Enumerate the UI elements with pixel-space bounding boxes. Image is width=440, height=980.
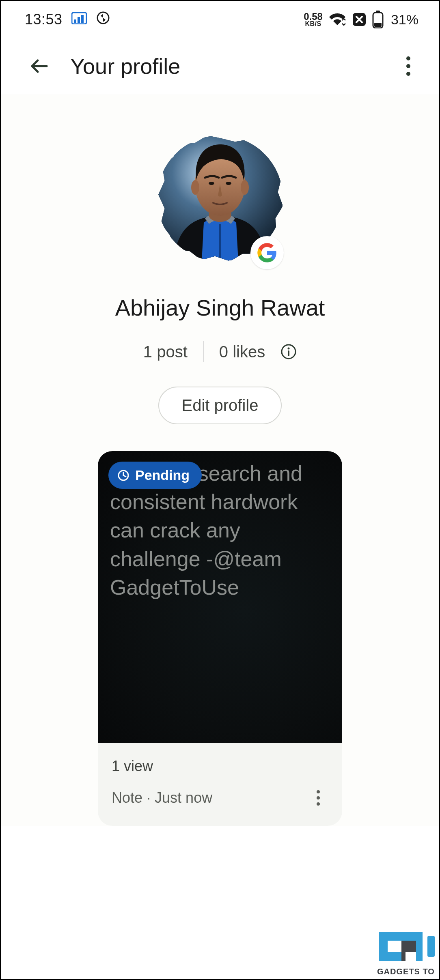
- svg-point-25: [317, 802, 320, 806]
- profile-stats: 1 post 0 likes: [1, 341, 439, 362]
- svg-point-9: [406, 56, 410, 60]
- svg-point-20: [288, 348, 290, 350]
- post-overflow-button[interactable]: [308, 788, 328, 808]
- pending-label: Pending: [135, 467, 190, 483]
- svg-rect-21: [288, 350, 289, 356]
- overflow-menu-button[interactable]: [394, 52, 423, 80]
- edit-profile-button[interactable]: Edit profile: [158, 387, 282, 424]
- svg-rect-28: [427, 936, 435, 957]
- back-button[interactable]: [26, 52, 54, 80]
- profile-content: Abhijay Singh Rawat 1 post 0 likes Edit …: [1, 95, 439, 826]
- avatar[interactable]: [153, 135, 287, 269]
- svg-rect-8: [374, 23, 382, 27]
- profile-name: Abhijay Singh Rawat: [1, 294, 439, 321]
- network-speed-unit: KB/S: [305, 21, 321, 27]
- svg-rect-3: [81, 15, 84, 23]
- svg-rect-1: [74, 19, 76, 23]
- svg-point-16: [241, 180, 249, 195]
- network-speed: 0.58 KB/S: [304, 12, 323, 27]
- app-bar: Your profile: [1, 38, 439, 95]
- google-g-icon: [257, 242, 278, 263]
- meta-separator: ·: [147, 789, 155, 806]
- pending-badge: Pending: [108, 462, 202, 489]
- status-bar: 13:53 0.58 KB/S 31%: [1, 1, 439, 38]
- svg-point-18: [226, 182, 231, 185]
- info-icon: [280, 344, 297, 360]
- post-card[interactable]: Pending Proper research and consistent h…: [98, 451, 342, 826]
- status-time: 13:53: [25, 11, 63, 28]
- more-vert-icon: [406, 56, 411, 76]
- arrow-back-icon: [29, 55, 51, 77]
- watermark-logo: [375, 927, 436, 965]
- post-type-time: Note · Just now: [112, 789, 212, 806]
- sync-icon: [96, 11, 110, 28]
- likes-count: 0 likes: [219, 343, 265, 361]
- svg-rect-2: [78, 17, 80, 23]
- posts-count: 1 post: [143, 343, 188, 361]
- svg-rect-27: [416, 941, 423, 961]
- svg-rect-26: [401, 932, 423, 941]
- more-vert-icon: [316, 790, 320, 806]
- cast-icon: [71, 12, 87, 28]
- svg-point-17: [209, 182, 214, 185]
- likes-info-button[interactable]: [280, 344, 297, 360]
- clock-icon: [117, 469, 129, 481]
- network-speed-value: 0.58: [304, 12, 323, 21]
- status-right: 0.58 KB/S 31%: [304, 11, 418, 28]
- svg-point-10: [406, 64, 410, 68]
- post-time: Just now: [155, 789, 212, 806]
- watermark: GADGETS TO: [375, 927, 436, 976]
- post-media: Pending Proper research and consistent h…: [98, 451, 342, 743]
- watermark-text: GADGETS TO: [377, 967, 435, 976]
- battery-percent: 31%: [391, 12, 418, 28]
- stats-divider: [203, 341, 204, 362]
- svg-point-15: [191, 180, 199, 195]
- post-meta: 1 view Note · Just now: [98, 743, 342, 826]
- status-left: 13:53: [25, 11, 110, 28]
- wifi-icon: [328, 12, 346, 27]
- no-signal-icon: [352, 12, 367, 27]
- post-type: Note: [112, 789, 142, 806]
- post-views: 1 view: [112, 758, 328, 775]
- svg-point-11: [406, 72, 410, 76]
- battery-icon: [372, 11, 384, 28]
- google-badge: [250, 236, 284, 269]
- page-title: Your profile: [70, 54, 394, 79]
- svg-point-23: [317, 790, 320, 793]
- svg-point-24: [317, 796, 320, 799]
